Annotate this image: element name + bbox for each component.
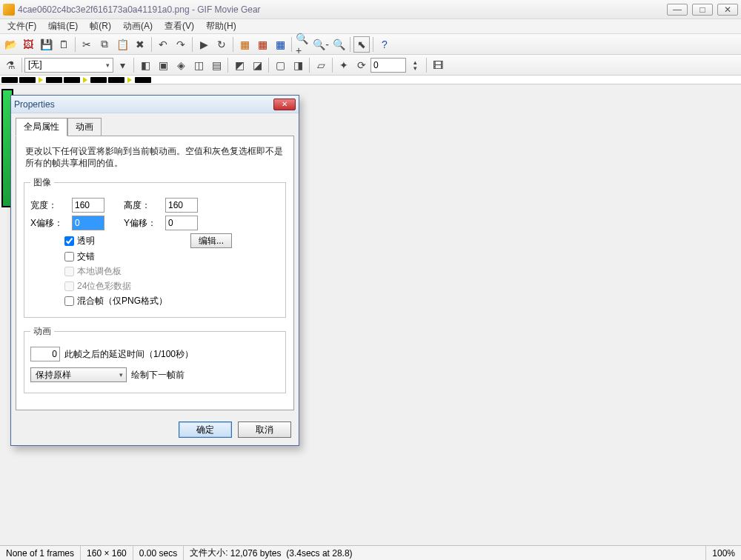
play-icon[interactable]: ▶ [196, 36, 212, 53]
film-segment [135, 77, 151, 83]
separator [133, 58, 134, 73]
tool-d-icon[interactable]: ◫ [190, 57, 207, 73]
redo-icon[interactable]: ↷ [173, 36, 189, 53]
film-segment [90, 77, 107, 83]
animation-group: 动画 此帧之后的延迟时间（1/100秒） 保持原样 绘制下一帧前 [24, 325, 286, 393]
pointer-icon[interactable]: ⬉ [353, 36, 370, 53]
menubar: 文件(F) 编辑(E) 帧(R) 动画(A) 查看(V) 帮助(H) [0, 19, 741, 34]
height-input[interactable] [165, 198, 198, 213]
window-close-button[interactable]: ✕ [717, 4, 738, 16]
mixed-checkbox[interactable] [64, 296, 74, 306]
cut-icon[interactable]: ✂ [79, 36, 95, 53]
open-icon[interactable]: 📂 [2, 36, 19, 53]
edit-button[interactable]: 编辑... [190, 233, 232, 248]
separator [21, 58, 22, 73]
tab-body: 更改以下任何设置将影响到当前帧动画。空值和灰色复选框即不是所有的帧共享相同的值。… [16, 136, 294, 410]
tool-g-icon[interactable]: ◪ [249, 57, 265, 73]
tool-e-icon[interactable]: ▤ [208, 57, 225, 73]
menu-help[interactable]: 帮助(H) [200, 19, 242, 34]
film-segment [108, 77, 124, 83]
tool-a-icon[interactable]: ◧ [137, 57, 153, 73]
undo-icon[interactable]: ↶ [155, 36, 171, 53]
menu-frame[interactable]: 帧(R) [84, 19, 117, 34]
maximize-button[interactable]: □ [692, 4, 713, 16]
dialog-titlebar[interactable]: Properties ✕ [11, 96, 299, 113]
film-segment [1, 77, 18, 83]
transparent-checkbox[interactable] [64, 236, 74, 246]
properties-icon[interactable]: 🗒 [56, 36, 72, 53]
rotate-icon[interactable]: ⟳ [353, 57, 370, 73]
palette3-icon[interactable]: ▦ [272, 36, 288, 53]
menu-view[interactable]: 查看(V) [159, 19, 200, 34]
dialog-description: 更改以下任何设置将影响到当前帧动画。空值和灰色复选框即不是所有的帧共享相同的值。 [25, 145, 285, 169]
delete-icon[interactable]: ✖ [132, 36, 148, 53]
width-label: 宽度： [30, 199, 67, 212]
local-palette-label: 本地调色板 [77, 265, 122, 278]
properties-dialog: Properties ✕ 全局属性 动画 更改以下任何设置将影响到当前帧动画。空… [10, 95, 299, 446]
zoom-fit-icon[interactable]: 🔍 [330, 36, 347, 53]
tool-b-icon[interactable]: ▣ [155, 57, 171, 73]
color24-label: 24位色彩数据 [77, 280, 131, 293]
separator [426, 58, 427, 73]
separator [291, 37, 292, 52]
palette2-icon[interactable]: ▦ [254, 36, 270, 53]
loop-icon[interactable]: ↻ [213, 36, 230, 53]
tool-f-icon[interactable]: ◩ [231, 57, 247, 73]
cancel-button[interactable]: 取消 [238, 421, 291, 438]
help-icon[interactable]: ? [376, 36, 393, 53]
local-palette-checkbox [64, 267, 74, 276]
color24-checkbox [64, 281, 74, 291]
film-segment [46, 77, 62, 83]
window-controls: — □ ✕ [667, 4, 738, 16]
secondary-toolbar: ⚗ [无] ▾ ◧ ▣ ◈ ◫ ▤ ◩ ◪ ▢ ◨ ▱ ✦ ⟳ ▴▾ 🎞 [0, 55, 741, 76]
separator [192, 37, 193, 52]
xoffset-label: X偏移： [30, 217, 67, 230]
save-icon[interactable]: 💾 [38, 36, 54, 53]
tool-h-icon[interactable]: ▢ [272, 57, 288, 73]
width-input[interactable] [72, 198, 104, 213]
ok-button[interactable]: 确定 [179, 421, 232, 438]
menu-anim[interactable]: 动画(A) [117, 19, 159, 34]
copy-icon[interactable]: ⧉ [96, 36, 113, 53]
separator [227, 58, 228, 73]
tab-anim[interactable]: 动画 [67, 118, 102, 136]
titlebar: 4cae0602c4bc3e2f616173a0a41191a0.png - G… [0, 0, 741, 19]
spin-input[interactable] [370, 58, 406, 73]
film-arrow-icon [83, 77, 87, 83]
filter-icon[interactable]: ⚗ [2, 57, 19, 73]
zoom-out-icon[interactable]: 🔍- [313, 36, 329, 53]
insert-frames-icon[interactable]: 🖼 [20, 36, 36, 53]
film-segment [19, 77, 36, 83]
dialog-buttons: 确定 取消 [11, 416, 299, 445]
delay-input[interactable] [30, 347, 60, 361]
film-arrow-icon [39, 77, 43, 83]
dialog-close-button[interactable]: ✕ [273, 99, 296, 110]
separator [350, 37, 350, 52]
menu-file[interactable]: 文件(F) [1, 19, 42, 34]
dropdown-arrow-icon[interactable]: ▾ [114, 57, 130, 73]
preset-dropdown[interactable]: [无] [24, 58, 113, 73]
spin-stepper[interactable]: ▴▾ [407, 57, 423, 73]
disposal-combo[interactable]: 保持原样 [30, 367, 127, 382]
tool-m-icon[interactable]: 🎞 [430, 57, 446, 73]
yoffset-input[interactable] [165, 216, 198, 230]
tool-k-icon[interactable]: ✦ [336, 57, 352, 73]
xoffset-input[interactable] [72, 216, 104, 230]
tool-i-icon[interactable]: ◨ [290, 57, 306, 73]
separator [233, 37, 233, 52]
delay-label: 此帧之后的延迟时间（1/100秒） [64, 348, 193, 361]
window-title: 4cae0602c4bc3e2f616173a0a41191a0.png - G… [18, 4, 667, 15]
main-toolbar: 📂 🖼 💾 🗒 ✂ ⧉ 📋 ✖ ↶ ↷ ▶ ↻ ▦ ▦ ▦ 🔍+ 🔍- 🔍 ⬉ … [0, 34, 741, 55]
menu-edit[interactable]: 编辑(E) [42, 19, 84, 34]
image-legend: 图像 [30, 176, 54, 189]
interlace-checkbox[interactable] [64, 252, 74, 261]
status-dims: 160 × 160 [81, 546, 133, 560]
tool-c-icon[interactable]: ◈ [173, 57, 189, 73]
paste-icon[interactable]: 📋 [114, 36, 130, 53]
palette1-icon[interactable]: ▦ [236, 36, 253, 53]
tool-j-icon[interactable]: ▱ [313, 57, 329, 73]
zoom-in-icon[interactable]: 🔍+ [295, 36, 311, 53]
tab-global[interactable]: 全局属性 [16, 118, 67, 136]
minimize-button[interactable]: — [667, 4, 688, 16]
separator [151, 37, 152, 52]
